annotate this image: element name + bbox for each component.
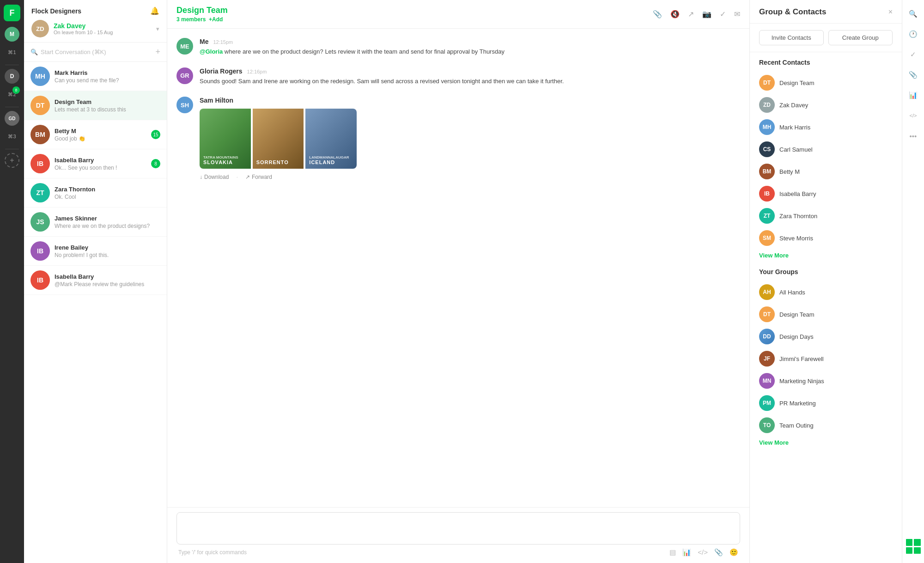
view-more-groups-link[interactable]: View More — [759, 436, 893, 449]
download-icon: ↓ — [200, 174, 202, 180]
group-team-outing[interactable]: TO Team Outing — [759, 414, 893, 436]
add-workspace-button[interactable]: + — [5, 153, 19, 168]
conversation-item-james-skinner[interactable]: JS James Skinner Where are we on the pro… — [24, 208, 167, 237]
email-icon[interactable]: ✉ — [734, 10, 740, 18]
conversation-item-irene-bailey[interactable]: IB Irene Bailey No problem! I got this. — [24, 237, 167, 266]
contact-zak-davey[interactable]: ZD Zak Davey — [759, 94, 893, 116]
conversation-avatar: ZT — [30, 183, 50, 202]
conversation-item-isabella-barry-2[interactable]: IB Isabella Barry @Mark Please review th… — [24, 266, 167, 295]
search-input-area[interactable]: 🔍 Start Conversation (⌘K) — [30, 49, 152, 55]
more-right-icon[interactable]: ••• — [905, 128, 922, 144]
code-input-icon[interactable]: </> — [698, 548, 708, 557]
user-profile[interactable]: ZD Zak Davey On leave from 10 - 15 Aug ▾ — [31, 20, 159, 37]
attachment-input-icon[interactable]: 📎 — [714, 548, 723, 557]
contact-name: Zara Thornton — [779, 213, 817, 220]
right-panel: Group & Contacts × Invite Contacts Creat… — [749, 0, 902, 563]
image-sorrento[interactable]: SORRENTO — [253, 109, 304, 169]
contact-betty-m[interactable]: BM Betty M — [759, 160, 893, 183]
input-hint: Type '/' for quick commands — [178, 549, 247, 556]
search-placeholder: Start Conversation (⌘K) — [41, 49, 106, 55]
conversation-info: Betty M Good job 👏 — [55, 128, 146, 142]
group-pr-marketing[interactable]: PM PR Marketing — [759, 392, 893, 414]
conversation-info: James Skinner Where are we on the produc… — [55, 215, 160, 229]
attachment-icon[interactable]: 📎 — [653, 10, 662, 18]
close-button[interactable]: × — [888, 8, 893, 16]
nav-shortcut-2[interactable]: ⌘2 8 — [3, 86, 21, 103]
create-group-button[interactable]: Create Group — [828, 30, 893, 45]
image-iceland[interactable]: LANDMANNALAUGAR ICELAND — [305, 109, 357, 169]
group-design-days[interactable]: DD Design Days — [759, 325, 893, 348]
search-right-icon[interactable]: 🔍 — [905, 6, 922, 22]
forward-button[interactable]: ↗ Forward — [245, 174, 272, 180]
attachment-right-icon[interactable]: 📎 — [905, 67, 922, 83]
chat-title: Design Team — [176, 6, 653, 15]
chart-right-icon[interactable]: 📊 — [905, 87, 922, 104]
contact-carl-samuel[interactable]: CS Carl Samuel — [759, 138, 893, 160]
conversation-item-betty-m[interactable]: BM Betty M Good job 👏 15 — [24, 120, 167, 149]
separator-1 — [5, 65, 19, 65]
conversation-info: Irene Bailey No problem! I got this. — [55, 244, 160, 258]
conversation-item-design-team[interactable]: DT Design Team Lets meet at 3 to discuss… — [24, 91, 167, 120]
user-chevron-icon: ▾ — [156, 25, 159, 32]
image-slovakia[interactable]: TATRA MOUNTAINS SLOVAKIA — [200, 109, 251, 169]
contact-avatar: MH — [759, 119, 775, 135]
contact-steve-morris[interactable]: SM Steve Morris — [759, 227, 893, 249]
conversation-avatar: BM — [30, 125, 50, 144]
nav-shortcut-3[interactable]: ⌘3 — [3, 128, 21, 145]
user-name: Zak Davey — [54, 22, 113, 30]
code-right-icon[interactable]: </> — [905, 107, 922, 124]
emoji-icon[interactable]: 🙂 — [729, 548, 738, 557]
contact-mark-harris[interactable]: MH Mark Harris — [759, 116, 893, 138]
contact-avatar: ZT — [759, 208, 775, 224]
add-members-link[interactable]: +Add — [209, 16, 223, 23]
conversation-item-mark-harris[interactable]: MH Mark Harris Can you send me the file? — [24, 62, 167, 91]
new-conversation-button[interactable]: + — [155, 47, 160, 57]
conversation-item-zara-thornton[interactable]: ZT Zara Thornton Ok. Cool — [24, 178, 167, 208]
unread-badge: 15 — [151, 130, 160, 139]
mute-icon[interactable]: 🔇 — [670, 10, 680, 18]
contact-avatar: ZD — [759, 97, 775, 113]
workspace-avatar-m[interactable]: M — [5, 27, 19, 42]
conversation-name: Isabella Barry — [55, 157, 146, 164]
right-panel-actions: Invite Contacts Create Group — [750, 24, 902, 52]
contact-design-team[interactable]: DT Design Team — [759, 72, 893, 94]
conversation-name: Irene Bailey — [55, 244, 160, 251]
contact-zara-thornton[interactable]: ZT Zara Thornton — [759, 205, 893, 227]
popout-icon[interactable]: ↗ — [688, 10, 694, 18]
group-design-team[interactable]: DT Design Team — [759, 303, 893, 325]
grid-view-icon[interactable] — [906, 539, 921, 554]
contact-avatar: CS — [759, 141, 775, 157]
invite-contacts-button[interactable]: Invite Contacts — [759, 30, 824, 45]
history-right-icon[interactable]: 🕐 — [905, 26, 922, 43]
group-name: Design Team — [779, 311, 815, 318]
download-label: Download — [204, 174, 229, 180]
conversation-avatar: IB — [30, 241, 50, 261]
group-all-hands[interactable]: AH All Hands — [759, 281, 893, 303]
group-avatar: TO — [759, 417, 775, 433]
conversation-item-isabella-barry-1[interactable]: IB Isabella Barry Ok... See you soon the… — [24, 149, 167, 178]
chart-input-icon[interactable]: 📊 — [682, 548, 691, 557]
notification-bell-icon[interactable]: 🔔 — [150, 6, 159, 15]
conversation-preview: @Mark Please review the guidelines — [55, 281, 160, 288]
members-count: 3 members — [176, 16, 206, 23]
tasks-right-icon[interactable]: ✓ — [905, 46, 922, 63]
group-jimmis-farewell[interactable]: JF Jimmi's Farewell — [759, 348, 893, 370]
download-button[interactable]: ↓ Download — [200, 174, 229, 180]
contact-isabella-barry[interactable]: IB Isabella Barry — [759, 183, 893, 205]
video-icon[interactable]: 📷 — [702, 10, 711, 18]
view-more-contacts-link[interactable]: View More — [759, 249, 893, 262]
text-format-icon[interactable]: ▤ — [669, 548, 676, 557]
chat-input-box[interactable] — [176, 512, 740, 545]
conversation-preview: Lets meet at 3 to discuss this — [55, 106, 160, 113]
workspace-avatar-gd[interactable]: GD — [5, 111, 19, 126]
message-text: @Gloria where are we on the product desi… — [200, 47, 740, 56]
conversation-preview: Can you send me the file? — [55, 77, 160, 84]
group-name: Design Days — [779, 333, 814, 340]
group-avatar: AH — [759, 284, 775, 300]
nav-shortcut-1[interactable]: ⌘1 — [3, 43, 21, 61]
workspace-avatar-d[interactable]: D — [5, 69, 19, 84]
group-name: Marketing Ninjas — [779, 378, 824, 385]
group-marketing-ninjas[interactable]: MN Marketing Ninjas — [759, 370, 893, 392]
todo-icon[interactable]: ✓ — [720, 10, 726, 18]
app-logo[interactable]: F — [4, 5, 20, 21]
